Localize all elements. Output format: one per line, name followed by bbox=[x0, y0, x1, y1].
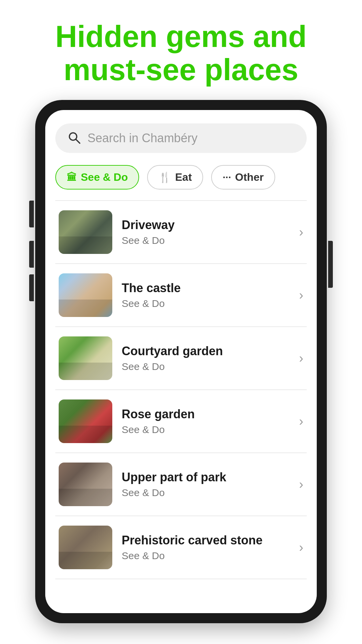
place-category-castle: See & Do bbox=[122, 298, 290, 309]
other-icon: ··· bbox=[223, 172, 231, 183]
place-item-driveway[interactable]: Driveway See & Do › bbox=[55, 201, 307, 264]
filter-tab-see-do[interactable]: 🏛 See & Do bbox=[55, 165, 139, 190]
place-name-driveway: Driveway bbox=[122, 218, 290, 232]
place-info-prehistoric: Prehistoric carved stone See & Do bbox=[122, 533, 290, 561]
eat-icon: 🍴 bbox=[159, 171, 171, 183]
place-info-castle: The castle See & Do bbox=[122, 281, 290, 309]
filter-tab-other[interactable]: ··· Other bbox=[211, 165, 275, 190]
page-header: Hidden gems and must-see places bbox=[0, 0, 362, 100]
place-thumbnail-driveway bbox=[59, 210, 112, 254]
place-thumbnail-courtyard bbox=[59, 336, 112, 380]
place-category-prehistoric: See & Do bbox=[122, 550, 290, 561]
phone-screen: Search in Chambéry 🏛 See & Do 🍴 Eat ··· … bbox=[45, 110, 317, 613]
chevron-icon-prehistoric: › bbox=[299, 540, 303, 555]
place-thumbnail-rose bbox=[59, 399, 112, 443]
place-category-courtyard: See & Do bbox=[122, 361, 290, 372]
place-info-rose: Rose garden See & Do bbox=[122, 407, 290, 435]
phone-mockup: Search in Chambéry 🏛 See & Do 🍴 Eat ··· … bbox=[35, 100, 327, 623]
place-item-castle[interactable]: The castle See & Do › bbox=[55, 264, 307, 327]
chevron-icon-courtyard: › bbox=[299, 351, 303, 366]
svg-line-1 bbox=[76, 139, 80, 143]
place-name-castle: The castle bbox=[122, 281, 290, 295]
place-category-rose: See & Do bbox=[122, 424, 290, 435]
place-info-courtyard: Courtyard garden See & Do bbox=[122, 344, 290, 372]
place-name-courtyard: Courtyard garden bbox=[122, 344, 290, 358]
chevron-icon-castle: › bbox=[299, 288, 303, 303]
place-item-upper[interactable]: Upper part of park See & Do › bbox=[55, 453, 307, 516]
filter-tab-eat[interactable]: 🍴 Eat bbox=[147, 165, 203, 190]
place-category-driveway: See & Do bbox=[122, 235, 290, 246]
eat-label: Eat bbox=[175, 171, 192, 183]
place-name-upper: Upper part of park bbox=[122, 470, 290, 484]
page-title: Hidden gems and must-see places bbox=[27, 20, 335, 87]
other-label: Other bbox=[235, 171, 263, 183]
filter-tabs: 🏛 See & Do 🍴 Eat ··· Other bbox=[55, 165, 307, 190]
place-info-driveway: Driveway See & Do bbox=[122, 218, 290, 246]
search-placeholder-text: Search in Chambéry bbox=[87, 131, 197, 145]
see-do-icon: 🏛 bbox=[67, 172, 77, 183]
place-name-prehistoric: Prehistoric carved stone bbox=[122, 533, 290, 547]
chevron-icon-rose: › bbox=[299, 414, 303, 429]
place-category-upper: See & Do bbox=[122, 487, 290, 498]
search-bar[interactable]: Search in Chambéry bbox=[55, 123, 307, 153]
chevron-icon-upper: › bbox=[299, 477, 303, 492]
place-list: Driveway See & Do › The castle See & Do … bbox=[55, 201, 307, 579]
place-info-upper: Upper part of park See & Do bbox=[122, 470, 290, 498]
place-thumbnail-upper bbox=[59, 463, 112, 506]
place-thumbnail-prehistoric bbox=[59, 526, 112, 569]
place-thumbnail-castle bbox=[59, 273, 112, 317]
see-do-label: See & Do bbox=[81, 171, 128, 183]
place-item-rose[interactable]: Rose garden See & Do › bbox=[55, 390, 307, 453]
chevron-icon-driveway: › bbox=[299, 225, 303, 239]
place-item-courtyard[interactable]: Courtyard garden See & Do › bbox=[55, 327, 307, 390]
place-name-rose: Rose garden bbox=[122, 407, 290, 421]
place-item-prehistoric[interactable]: Prehistoric carved stone See & Do › bbox=[55, 516, 307, 579]
search-icon bbox=[67, 131, 81, 146]
